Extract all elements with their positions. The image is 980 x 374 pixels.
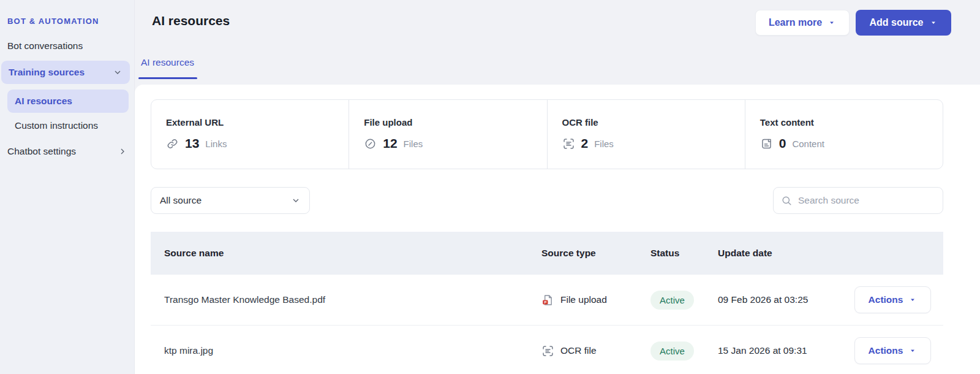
stat-label: File upload [364, 117, 546, 128]
column-header-status: Status [637, 248, 704, 259]
stat-unit: Files [404, 139, 423, 149]
sidebar-item-bot-conversations[interactable]: Bot conversations [7, 40, 83, 52]
sidebar-item-ai-resources[interactable]: AI resources [7, 90, 129, 113]
stat-file-upload: File upload 12 Files [349, 100, 546, 169]
link-icon [166, 137, 179, 150]
caret-down-icon [827, 18, 836, 27]
actions-button[interactable]: Actions [854, 337, 931, 364]
tab-ai-resources[interactable]: AI resources [141, 57, 194, 68]
stat-value: 2 [581, 136, 589, 151]
pdf-file-icon: P [541, 294, 554, 307]
stat-external-url: External URL 13 Links [151, 100, 349, 169]
add-source-label: Add source [869, 17, 923, 28]
column-header-source-type: Source type [528, 248, 637, 259]
stat-text-content: Text content 0 Content [745, 100, 943, 169]
sidebar-item-label: Training sources [9, 67, 85, 78]
source-type-label: File upload [560, 294, 607, 305]
sidebar: BOT & AUTOMATION Bot conversations Train… [0, 0, 135, 374]
column-header-source-name: Source name [151, 248, 528, 259]
search-box [773, 187, 943, 214]
table-header-row: Source name Source type Status Update da… [151, 232, 943, 275]
source-type-label: OCR file [560, 345, 597, 356]
actions-button[interactable]: Actions [854, 286, 931, 313]
learn-more-label: Learn more [769, 17, 822, 28]
update-date: 15 Jan 2026 at 09:31 [704, 345, 854, 356]
actions-label: Actions [869, 294, 903, 305]
update-date: 09 Feb 2026 at 03:25 [704, 294, 854, 305]
sidebar-item-custom-instructions[interactable]: Custom instructions [15, 120, 98, 131]
caret-down-icon [908, 296, 917, 304]
stat-unit: Links [205, 139, 227, 149]
chevron-down-icon [113, 67, 123, 77]
main-panel: External URL 13 Links File upload 12 Fil… [135, 85, 980, 374]
ocr-scan-icon [541, 345, 554, 357]
stat-label: Text content [760, 117, 943, 128]
table-row: Transgo Master Knowledge Based.pdf P Fil… [151, 275, 943, 326]
sources-table: Source name Source type Status Update da… [151, 232, 943, 374]
page-title: AI resources [152, 13, 230, 28]
stat-value: 13 [185, 136, 199, 151]
sidebar-section-label: BOT & AUTOMATION [7, 17, 99, 26]
source-filter-value: All source [160, 195, 202, 206]
actions-label: Actions [869, 345, 903, 356]
chevron-down-icon [291, 196, 301, 205]
tab-active-indicator [138, 77, 197, 79]
svg-text:P: P [544, 300, 546, 304]
source-filter-select[interactable]: All source [151, 187, 310, 214]
learn-more-button[interactable]: Learn more [755, 10, 850, 36]
sidebar-item-training-sources[interactable]: Training sources [1, 61, 130, 84]
stat-value: 0 [779, 136, 786, 151]
source-name: ktp mira.jpg [151, 345, 528, 356]
chevron-right-icon [118, 147, 127, 156]
text-document-icon [760, 137, 773, 150]
stat-label: External URL [166, 117, 349, 128]
stats-card: External URL 13 Links File upload 12 Fil… [151, 99, 943, 169]
ocr-scan-icon [562, 137, 575, 150]
search-input[interactable] [798, 195, 935, 206]
sidebar-item-chatbot-settings[interactable]: Chatbot settings [7, 146, 127, 157]
stat-unit: Content [792, 139, 824, 149]
status-badge: Active [650, 291, 694, 310]
sidebar-item-label: Chatbot settings [7, 146, 76, 157]
status-badge: Active [650, 342, 694, 361]
source-name: Transgo Master Knowledge Based.pdf [151, 294, 528, 305]
search-icon [781, 195, 793, 207]
column-header-update-date: Update date [704, 248, 854, 259]
add-source-button[interactable]: Add source [856, 10, 951, 36]
stat-value: 12 [383, 136, 397, 151]
caret-down-icon [908, 346, 917, 355]
sidebar-item-label: AI resources [15, 96, 72, 107]
stat-ocr-file: OCR file 2 Files [547, 100, 745, 169]
stat-label: OCR file [562, 117, 745, 128]
stat-unit: Files [594, 139, 614, 149]
paperclip-icon [364, 137, 377, 150]
caret-down-icon [929, 18, 938, 27]
table-row: ktp mira.jpg OCR file Active 15 Jan 2026… [151, 326, 943, 374]
